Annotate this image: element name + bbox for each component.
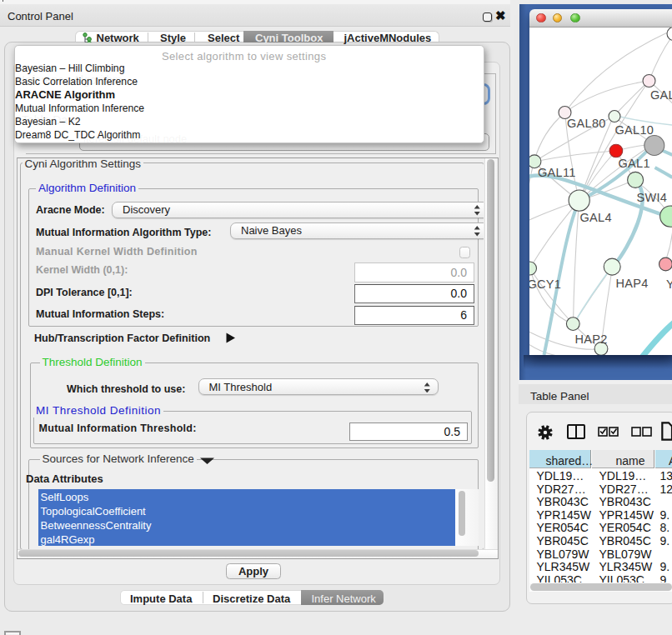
svg-text:GAL80: GAL80 [567, 117, 606, 130]
svg-text:HAP2: HAP2 [574, 332, 607, 346]
svg-text:GAL10: GAL10 [614, 123, 654, 137]
svg-text:GAL1: GAL1 [618, 157, 649, 170]
svg-text:GAL7: GAL7 [650, 88, 672, 102]
svg-text:SWI4: SWI4 [636, 191, 667, 204]
svg-text:GAL4: GAL4 [579, 211, 611, 224]
svg-text:HAP4: HAP4 [615, 277, 648, 290]
svg-text:GCY1: GCY1 [529, 278, 561, 291]
svg-text:YJ: YJ [666, 278, 672, 291]
svg-text:GAL11: GAL11 [538, 166, 576, 179]
